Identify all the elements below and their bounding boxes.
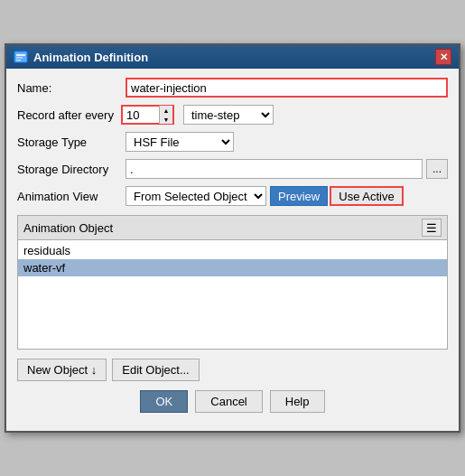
dialog-content: Name: Record after every ▲ ▼ time-step i… — [6, 69, 459, 431]
close-button[interactable]: ✕ — [435, 49, 451, 65]
dialog-title: Animation Definition — [33, 51, 148, 64]
record-label: Record after every — [17, 108, 114, 122]
name-input[interactable] — [126, 78, 448, 98]
anim-object-header: Animation Object ☰ — [18, 216, 447, 240]
dir-row: Storage Directory ... — [17, 159, 448, 179]
new-object-button[interactable]: New Object ↓ — [17, 359, 107, 381]
edit-object-button[interactable]: Edit Object... — [112, 359, 199, 381]
list-icon-button[interactable]: ☰ — [422, 219, 442, 237]
animation-object-section: Animation Object ☰ residuals water-vf — [17, 215, 448, 350]
browse-button[interactable]: ... — [426, 159, 448, 179]
action-buttons: OK Cancel Help — [17, 390, 448, 422]
spinner-up[interactable]: ▲ — [160, 106, 172, 115]
storage-select[interactable]: HSF File Other — [126, 132, 234, 152]
record-number-container: ▲ ▼ — [121, 105, 174, 125]
svg-rect-2 — [16, 57, 23, 59]
dir-input[interactable] — [126, 159, 423, 179]
title-bar: Animation Definition ✕ — [6, 45, 459, 69]
object-list: residuals water-vf — [18, 240, 447, 349]
svg-rect-3 — [16, 60, 21, 61]
title-bar-left: Animation Definition — [14, 50, 148, 64]
preview-button[interactable]: Preview — [270, 186, 328, 206]
name-label: Name: — [17, 81, 126, 95]
storage-row: Storage Type HSF File Other — [17, 132, 448, 152]
ok-button[interactable]: OK — [140, 390, 188, 413]
timestep-select[interactable]: time-step iteration — [183, 105, 274, 125]
spinner: ▲ ▼ — [159, 106, 172, 124]
view-select[interactable]: From Selected Object All Objects — [126, 186, 266, 206]
storage-label: Storage Type — [17, 135, 126, 149]
cancel-button[interactable]: Cancel — [195, 390, 262, 413]
dir-label: Storage Directory — [17, 163, 126, 176]
spinner-down[interactable]: ▼ — [160, 115, 172, 124]
svg-rect-1 — [16, 54, 25, 56]
help-button[interactable]: Help — [270, 390, 325, 413]
bottom-buttons: New Object ↓ Edit Object... — [17, 359, 448, 381]
record-number-input[interactable] — [123, 107, 159, 123]
view-label: Animation View — [17, 190, 126, 203]
anim-object-title: Animation Object — [23, 221, 113, 235]
dialog-icon — [14, 50, 28, 64]
name-row: Name: — [17, 78, 448, 98]
view-row: Animation View From Selected Object All … — [17, 186, 448, 206]
record-row: Record after every ▲ ▼ time-step iterati… — [17, 105, 448, 125]
use-active-button[interactable]: Use Active — [330, 186, 403, 206]
list-item[interactable]: water-vf — [18, 259, 447, 276]
animation-definition-dialog: Animation Definition ✕ Name: Record afte… — [5, 43, 460, 433]
list-item[interactable]: residuals — [18, 242, 447, 259]
